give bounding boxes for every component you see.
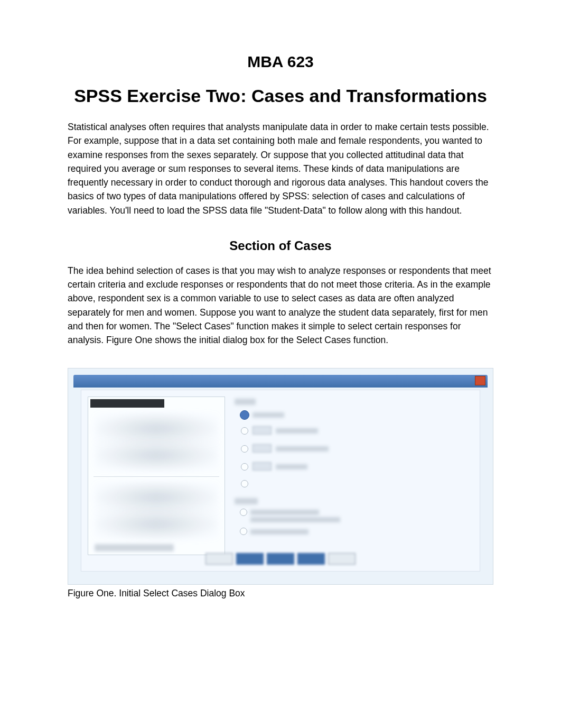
figure-one: Figure One. Initial Select Cases Dialog … xyxy=(68,368,493,599)
radio-label xyxy=(276,428,318,434)
intro-paragraph: Statistical analyses often requires that… xyxy=(68,120,493,217)
current-status-label xyxy=(95,544,174,551)
if-button[interactable] xyxy=(253,426,272,435)
paste-button[interactable] xyxy=(236,553,264,565)
list-item xyxy=(95,439,218,471)
radio-label xyxy=(253,412,284,418)
radio-all-cases[interactable] xyxy=(240,410,249,420)
dialog-titlebar xyxy=(73,375,488,388)
cancel-button[interactable] xyxy=(297,553,325,565)
list-item xyxy=(95,508,218,540)
list-divider xyxy=(94,476,219,477)
radio-label xyxy=(276,446,329,451)
radio-filter-variable[interactable] xyxy=(241,480,248,487)
select-group-label xyxy=(235,399,256,405)
help-button[interactable] xyxy=(328,553,356,565)
figure-caption: Figure One. Initial Select Cases Dialog … xyxy=(68,588,493,599)
radio-label xyxy=(250,510,319,515)
output-panel xyxy=(235,496,473,543)
radio-label xyxy=(250,517,340,522)
radio-range[interactable] xyxy=(241,463,248,471)
section-heading: Section of Cases xyxy=(68,238,493,253)
sample-button[interactable] xyxy=(253,444,272,453)
radio-filter-out[interactable] xyxy=(240,509,247,516)
variable-listbox[interactable] xyxy=(88,397,225,555)
select-panel xyxy=(235,397,473,492)
radio-if-condition[interactable] xyxy=(241,427,248,435)
ok-button[interactable] xyxy=(205,553,233,565)
radio-copy-dataset[interactable] xyxy=(240,528,247,535)
radio-label xyxy=(276,464,307,469)
close-icon[interactable] xyxy=(475,376,485,385)
radio-label xyxy=(250,529,308,535)
section-paragraph: The idea behind selection of cases is th… xyxy=(68,264,493,347)
course-header: MBA 623 xyxy=(68,53,493,71)
radio-random-sample[interactable] xyxy=(241,445,248,453)
dialog-button-row xyxy=(81,553,480,566)
dialog-body xyxy=(81,390,480,572)
document-title: SPSS Exercise Two: Cases and Transformat… xyxy=(68,86,493,106)
select-cases-dialog xyxy=(68,368,493,585)
output-group-label xyxy=(235,498,258,504)
listbox-header xyxy=(90,399,164,408)
reset-button[interactable] xyxy=(267,553,294,565)
range-button[interactable] xyxy=(253,462,272,471)
